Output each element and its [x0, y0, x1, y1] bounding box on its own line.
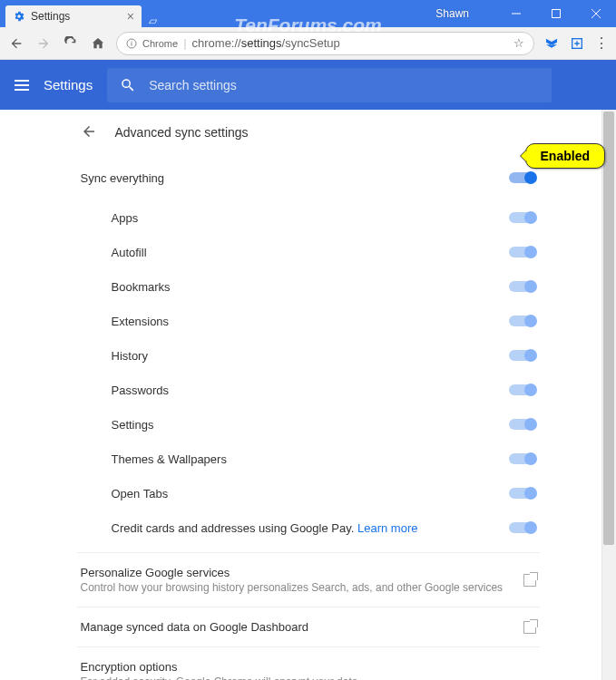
search-icon	[120, 77, 136, 93]
search-settings[interactable]	[107, 68, 552, 102]
url-text: chrome://settings/syncSetup	[192, 36, 508, 50]
sync-item-toggle[interactable]	[509, 247, 536, 257]
extension-icon[interactable]	[569, 35, 585, 52]
menu-icon[interactable]	[15, 80, 29, 91]
settings-header: Settings	[0, 60, 616, 110]
sync-item-label: History	[112, 349, 509, 363]
home-button[interactable]	[89, 34, 107, 53]
sync-item-row: Autofill	[77, 235, 540, 269]
minimize-button[interactable]	[496, 0, 536, 27]
sync-item-row: Passwords	[77, 373, 540, 407]
browser-tab[interactable]: Settings ×	[5, 5, 142, 27]
divider: |	[183, 36, 186, 50]
security-chip: Chrome	[142, 38, 178, 49]
bookmark-star-icon[interactable]: ☆	[513, 36, 524, 50]
credit-cards-toggle[interactable]	[509, 522, 536, 533]
sync-item-toggle[interactable]	[509, 212, 536, 223]
sync-item-row: Extensions	[77, 304, 540, 338]
malwarebytes-icon[interactable]	[543, 35, 560, 52]
encryption-title: Encryption options	[81, 660, 536, 674]
external-link-icon	[523, 574, 536, 587]
enabled-callout: Enabled	[525, 143, 605, 169]
settings-title: Settings	[44, 77, 93, 92]
sync-item-row: Themes & Wallpapers	[77, 442, 540, 476]
encryption-section: Encryption options For added security, G…	[77, 646, 540, 680]
sync-everything-row: Sync everything	[77, 160, 540, 195]
tab-title: Settings	[31, 10, 70, 23]
sync-item-label: Extensions	[112, 315, 509, 328]
sync-item-row: Bookmarks	[77, 269, 540, 304]
sync-item-row: Settings	[77, 407, 540, 442]
personalize-title: Personalize Google services	[81, 566, 523, 579]
sync-item-label: Themes & Wallpapers	[112, 452, 509, 466]
sync-item-toggle[interactable]	[509, 419, 536, 430]
window-user: Shawn	[435, 7, 469, 20]
sync-item-row: Apps	[77, 200, 540, 235]
dashboard-row[interactable]: Manage synced data on Google Dashboard	[77, 607, 540, 646]
maximize-button[interactable]	[536, 0, 576, 27]
sync-item-label: Passwords	[112, 384, 509, 397]
forward-button[interactable]	[34, 34, 53, 53]
sync-item-row: History	[77, 338, 540, 373]
address-bar[interactable]: Chrome | chrome://settings/syncSetup ☆	[116, 32, 534, 55]
window-controls	[496, 0, 616, 27]
sync-item-toggle[interactable]	[509, 350, 536, 361]
window-titlebar: Settings × ▱ Shawn	[0, 0, 616, 27]
search-input[interactable]	[149, 78, 539, 92]
page-title: Advanced sync settings	[115, 125, 249, 140]
svg-rect-0	[552, 10, 561, 18]
menu-button[interactable]: ⋮	[594, 34, 609, 52]
scrollbar[interactable]	[601, 110, 616, 680]
sync-item-row: Open Tabs	[77, 476, 540, 510]
new-tab-button[interactable]: ▱	[142, 15, 164, 27]
settings-icon	[13, 10, 25, 23]
credit-cards-label: Credit cards and addresses using Google …	[112, 521, 509, 535]
credit-cards-row: Credit cards and addresses using Google …	[77, 510, 540, 545]
personalize-desc: Control how your browsing history person…	[81, 581, 523, 594]
reload-button[interactable]	[62, 34, 80, 53]
back-arrow-icon[interactable]	[81, 123, 97, 142]
sync-item-label: Settings	[112, 418, 509, 432]
encryption-desc: For added security, Google Chrome will e…	[81, 675, 536, 680]
sync-item-toggle[interactable]	[509, 281, 536, 292]
sync-item-label: Bookmarks	[112, 280, 509, 294]
tab-strip: Settings × ▱	[0, 0, 435, 27]
info-icon	[126, 38, 137, 49]
dashboard-title: Manage synced data on Google Dashboard	[81, 620, 523, 634]
sync-item-toggle[interactable]	[509, 384, 536, 395]
settings-panel: Advanced sync settings Sync everything A…	[77, 110, 540, 680]
sync-everything-label: Sync everything	[81, 171, 509, 185]
scrollbar-thumb[interactable]	[603, 112, 614, 545]
close-icon[interactable]: ×	[127, 9, 134, 24]
sync-item-label: Apps	[112, 211, 509, 225]
personalize-row[interactable]: Personalize Google services Control how …	[77, 552, 540, 607]
learn-more-link[interactable]: Learn more	[357, 521, 417, 535]
sync-everything-toggle[interactable]	[509, 172, 536, 183]
content-viewport: Advanced sync settings Sync everything A…	[0, 110, 616, 680]
sync-item-toggle[interactable]	[509, 316, 536, 326]
sync-item-toggle[interactable]	[509, 488, 536, 499]
back-button[interactable]	[7, 34, 25, 53]
page-header: Advanced sync settings	[77, 110, 540, 155]
external-link-icon	[523, 621, 536, 634]
sync-item-toggle[interactable]	[509, 453, 536, 464]
sync-item-label: Open Tabs	[112, 487, 509, 500]
sync-item-label: Autofill	[112, 246, 509, 259]
browser-toolbar: Chrome | chrome://settings/syncSetup ☆ ⋮	[0, 27, 616, 60]
close-button[interactable]	[576, 0, 616, 27]
